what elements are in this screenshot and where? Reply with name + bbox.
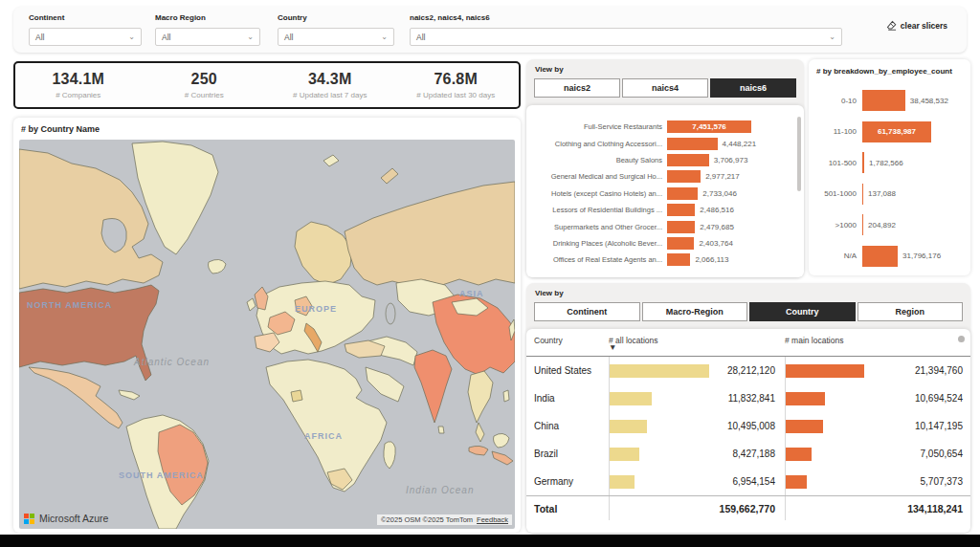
table-row[interactable]: Brazil8,427,1887,050,654 (526, 440, 970, 468)
main-locations-bar[interactable] (786, 364, 864, 378)
azure-logo-text: Microsoft Azure (39, 513, 108, 524)
bar[interactable] (667, 138, 718, 150)
tab-country[interactable]: Country (749, 302, 856, 321)
clear-slicers-button[interactable]: clear slicers (880, 19, 953, 32)
bar-track: 61,738,987 (862, 121, 967, 142)
all-locations-bar-cell (609, 357, 716, 384)
column-header-main-locations[interactable]: # main locations (785, 336, 963, 345)
table-total-row: Total159,662,770134,118,241 (526, 495, 970, 520)
main-locations-bar-cell (785, 468, 873, 495)
bar-category-label: Full-Service Restaurants (534, 122, 667, 131)
bar-value: 2,486,516 (700, 206, 734, 214)
table-row[interactable]: United States28,212,12021,394,760 (526, 357, 970, 384)
map-country-sri-lanka[interactable] (438, 427, 444, 433)
bar[interactable] (862, 246, 898, 267)
total-all-locations: 159,662,770 (716, 503, 785, 514)
bar[interactable] (862, 214, 863, 235)
all-locations-bar[interactable] (610, 448, 639, 461)
macro-region-dropdown[interactable]: All ⌄ (155, 28, 260, 46)
bar-row: 101-5001,782,566 (814, 147, 967, 179)
filter-bar: Continent All ⌄ Macro Region All ⌄ Count… (13, 7, 967, 53)
map-country-ghana[interactable] (291, 390, 302, 402)
tab-naics2[interactable]: naics2 (534, 78, 620, 98)
main-locations-bar[interactable] (786, 420, 823, 433)
world-map[interactable]: NORTH AMERICA EUROPE ASIA AFRICA SOUTH A… (19, 140, 515, 529)
bar-track: 204,892 (862, 214, 967, 235)
azure-logo: Microsoft Azure (24, 513, 108, 524)
country-table-card: Country # all locations ▼ # main locatio… (526, 329, 970, 533)
bar-track: 31,796,176 (862, 246, 967, 267)
bar-track: 3,706,973 (667, 154, 798, 166)
all-locations-bar[interactable] (610, 364, 709, 378)
bar[interactable] (667, 237, 694, 250)
naics-dropdown[interactable]: All ⌄ (410, 28, 842, 46)
bar-track: 7,451,576 (667, 120, 798, 133)
map-country-philippines[interactable] (503, 390, 509, 402)
column-header-all-locations[interactable]: # all locations ▼ (609, 336, 785, 349)
bar[interactable] (667, 187, 698, 200)
all-locations-bar-cell (609, 468, 716, 495)
tab-region[interactable]: Region (858, 302, 964, 321)
tab-continent[interactable]: Continent (534, 302, 640, 321)
dropdown-value: All (162, 33, 170, 42)
bar-row: Lessors of Residential Buildings ...2,48… (534, 202, 798, 218)
feedback-link[interactable]: Feedback (477, 515, 508, 524)
bar-row: 11-10061,738,987 (814, 117, 967, 148)
main-locations-value: 5,707,373 (873, 476, 963, 487)
main-locations-bar-cell (785, 384, 873, 412)
bar-track: 38,458,532 (862, 90, 967, 111)
tab-macro-region[interactable]: Macro-Region (642, 302, 748, 321)
main-locations-value: 10,694,524 (873, 393, 963, 404)
clear-slicers-label: clear slicers (901, 21, 947, 31)
continent-dropdown[interactable]: All ⌄ (29, 28, 142, 46)
all-locations-bar[interactable] (610, 420, 647, 433)
bar-category-label: Supermarkets and Other Grocer... (534, 223, 667, 231)
bar-category-label: Clothing and Clothing Accessori... (534, 140, 667, 148)
bar-value: 31,796,176 (902, 252, 941, 260)
bar-value: 204,892 (868, 221, 896, 230)
all-locations-bar[interactable] (610, 392, 652, 405)
bar-row: Offices of Real Estate Agents an...2,066… (534, 252, 798, 268)
view-by-label: View by (526, 283, 970, 302)
main-locations-bar-cell (785, 412, 873, 440)
table-row[interactable]: Germany6,954,1545,707,373 (526, 468, 970, 495)
main-locations-bar-cell (785, 357, 873, 384)
bar[interactable] (667, 204, 695, 216)
bottom-letterbox-bar (0, 535, 980, 547)
view-by-label: View by (526, 59, 804, 78)
scrollbar-thumb[interactable] (797, 117, 801, 191)
tab-naics4[interactable]: naics4 (622, 78, 708, 98)
map-label-atlantic-ocean: Atlantic Ocean (133, 357, 210, 367)
main-locations-bar[interactable] (786, 448, 812, 461)
dashboard: Continent All ⌄ Macro Region All ⌄ Count… (0, 0, 980, 547)
bar-track: 4,448,221 (667, 138, 798, 150)
bar-track: 2,977,217 (667, 170, 798, 183)
table-header: Country # all locations ▼ # main locatio… (526, 329, 970, 357)
slicer-label: Macro Region (155, 13, 260, 22)
bar[interactable] (667, 221, 695, 233)
column-header-country[interactable]: Country (534, 336, 609, 345)
main-locations-bar[interactable] (786, 392, 825, 405)
bar[interactable] (667, 253, 690, 266)
bar[interactable]: 61,738,987 (862, 121, 931, 142)
main-locations-bar[interactable] (786, 475, 807, 489)
bar-value: 4,448,221 (723, 140, 757, 148)
bar[interactable] (667, 154, 709, 166)
all-locations-bar[interactable] (610, 475, 635, 489)
scrollbar-thumb[interactable] (958, 336, 965, 342)
bar[interactable] (862, 90, 905, 111)
dropdown-value: All (35, 33, 44, 42)
country-dropdown[interactable]: All ⌄ (278, 28, 394, 46)
bar-track: 2,403,764 (667, 237, 798, 250)
table-row[interactable]: India11,832,84110,694,524 (526, 384, 970, 412)
bar[interactable] (667, 170, 701, 183)
all-locations-value: 28,212,120 (716, 365, 785, 376)
bar[interactable]: 7,451,576 (667, 120, 751, 133)
bar[interactable] (862, 152, 864, 173)
bar-row: Drinking Places (Alcoholic Bever...2,403… (534, 235, 798, 252)
map-label-south-america: SOUTH AMERICA (119, 470, 204, 480)
table-row[interactable]: China10,495,00810,147,195 (526, 412, 970, 440)
slicer-country: Country All ⌄ (278, 13, 394, 46)
bar[interactable] (862, 184, 863, 205)
tab-naics6[interactable]: naics6 (710, 78, 796, 98)
